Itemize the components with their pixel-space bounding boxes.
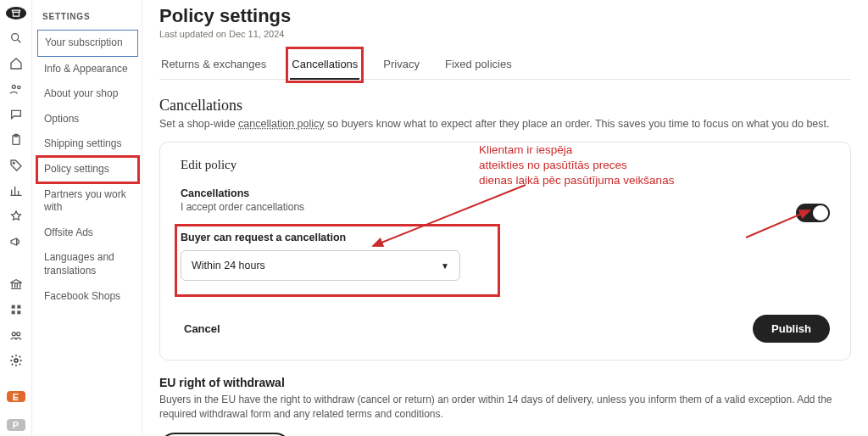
- icon-rail: E P: [0, 0, 32, 436]
- home-icon[interactable]: [7, 57, 25, 70]
- tab-bar: Returns & exchanges Cancellations Privac…: [159, 51, 851, 80]
- cancellation-policy-link[interactable]: cancellation policy: [238, 118, 324, 130]
- svg-point-1: [12, 85, 15, 88]
- edit-policy-card: Edit policy Cancellations I accept order…: [159, 142, 851, 361]
- sidebar-item-offsite-ads[interactable]: Offsite Ads: [37, 221, 138, 246]
- bank-icon[interactable]: [7, 277, 25, 291]
- svg-rect-7: [17, 305, 20, 309]
- buyer-request-label: Buyer can request a cancellation: [181, 232, 486, 243]
- clipboard-icon[interactable]: [7, 133, 25, 147]
- main-content: Policy settings Last updated on Dec 11, …: [142, 0, 868, 436]
- community-icon[interactable]: [7, 328, 25, 342]
- sidebar-item-subscription[interactable]: Your subscription: [37, 30, 138, 57]
- star-icon[interactable]: [7, 210, 25, 223]
- page-title: Policy settings: [159, 5, 851, 27]
- svg-point-2: [17, 86, 19, 88]
- cancellations-option-sub: I accept order cancellations: [181, 201, 830, 213]
- eu-body: Buyers in the EU have the right to withd…: [159, 393, 851, 422]
- avatar-badge-e[interactable]: E: [7, 391, 25, 403]
- svg-point-5: [13, 162, 14, 164]
- toggle-knob: [813, 205, 828, 221]
- edit-policy-heading: Edit policy: [181, 158, 830, 172]
- settings-sidebar: SETTINGS Your subscription Info & Appear…: [32, 0, 142, 436]
- cancellation-window-select[interactable]: Within 24 hours ▼: [181, 250, 460, 281]
- svg-point-12: [14, 359, 18, 362]
- sidebar-item-shipping[interactable]: Shipping settings: [37, 131, 138, 157]
- svg-rect-8: [11, 310, 14, 314]
- search-icon[interactable]: [7, 31, 25, 45]
- sidebar-item-partners[interactable]: Partners you work with: [37, 182, 138, 221]
- cancellations-option-title: Cancellations: [181, 187, 830, 199]
- page-updated: Last updated on Dec 11, 2024: [159, 29, 851, 39]
- add-policy-info-button[interactable]: ＋ Add policy info: [159, 433, 291, 436]
- svg-point-0: [11, 33, 18, 40]
- people-icon[interactable]: [7, 82, 25, 96]
- stats-icon[interactable]: [7, 184, 25, 198]
- gear-icon[interactable]: [7, 354, 25, 367]
- chat-icon[interactable]: [7, 108, 25, 121]
- accept-cancellations-toggle[interactable]: ✓: [796, 204, 830, 222]
- eu-heading: EU right of withdrawal: [159, 376, 851, 389]
- tab-returns[interactable]: Returns & exchanges: [159, 51, 268, 79]
- publish-button[interactable]: Publish: [753, 315, 830, 343]
- cancel-button[interactable]: Cancel: [181, 316, 224, 342]
- sidebar-item-facebook-shops[interactable]: Facebook Shops: [37, 284, 138, 310]
- check-icon: ✓: [801, 208, 809, 219]
- sidebar-item-info-appearance[interactable]: Info & Appearance: [37, 57, 138, 82]
- tab-privacy[interactable]: Privacy: [381, 51, 421, 79]
- tag-icon[interactable]: [7, 159, 25, 172]
- chevron-down-icon: ▼: [441, 261, 449, 271]
- svg-rect-9: [17, 310, 20, 314]
- sidebar-item-options[interactable]: Options: [37, 107, 138, 132]
- avatar-badge-p[interactable]: P: [7, 419, 25, 431]
- sidebar-item-about-shop[interactable]: About your shop: [37, 81, 138, 107]
- select-value: Within 24 hours: [192, 260, 265, 271]
- section-description: Set a shop-wide cancellation policy so b…: [159, 118, 851, 130]
- sidebar-item-policy-settings[interactable]: Policy settings: [37, 157, 138, 182]
- svg-point-10: [12, 333, 15, 336]
- section-heading: Cancellations: [159, 97, 851, 115]
- apps-icon[interactable]: [7, 303, 25, 316]
- tab-fixed-policies[interactable]: Fixed policies: [443, 51, 514, 79]
- buyer-request-field-block: Buyer can request a cancellation Within …: [181, 230, 494, 291]
- svg-rect-6: [11, 305, 14, 309]
- sidebar-item-languages[interactable]: Languages and translations: [37, 245, 138, 283]
- shop-logo-icon[interactable]: [6, 7, 26, 20]
- megaphone-icon[interactable]: [7, 235, 25, 249]
- tab-cancellations[interactable]: Cancellations: [290, 51, 359, 79]
- settings-sidebar-title: SETTINGS: [37, 8, 138, 30]
- svg-point-11: [16, 333, 19, 336]
